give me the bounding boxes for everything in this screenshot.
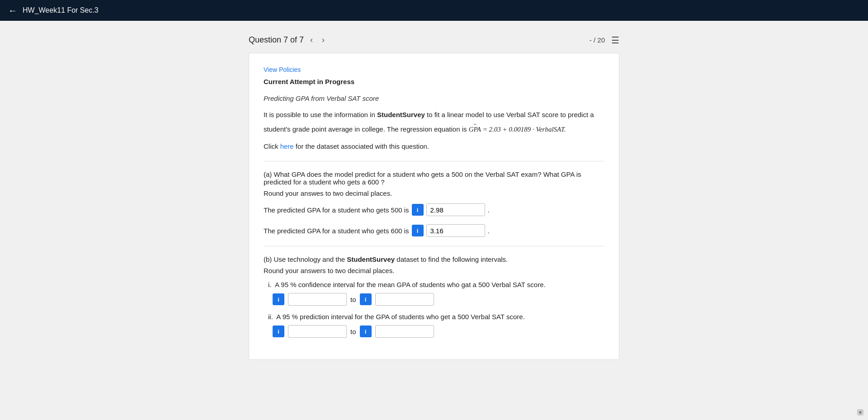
score-area: - / 20 ☰ bbox=[590, 35, 619, 46]
top-bar: ← HW_Week11 For Sec.3 bbox=[0, 0, 868, 21]
ci-upper-input[interactable] bbox=[375, 293, 434, 306]
input-row-500: The predicted GPA for a student who gets… bbox=[264, 203, 604, 216]
view-policies-link[interactable]: View Policies bbox=[264, 66, 604, 73]
back-button[interactable]: ← bbox=[8, 5, 17, 16]
interval-i-label: i. A 95 % confidence interval for the me… bbox=[268, 281, 604, 288]
dataset-name: StudentSurvey bbox=[377, 111, 425, 118]
dataset-link-text: Click here for the dataset associated wi… bbox=[264, 141, 604, 152]
question-nav: Question 7 of 7 ‹ › bbox=[249, 34, 327, 46]
part-b-label: (b) Use technology and the StudentSurvey… bbox=[264, 255, 604, 263]
divider-2 bbox=[264, 246, 604, 246]
round-note-b: Round your answers to two decimal places… bbox=[264, 267, 604, 274]
info-button-500[interactable]: i bbox=[412, 204, 424, 216]
input-600-label: The predicted GPA for a student who gets… bbox=[264, 227, 409, 235]
prediction-interval-item: ii. A 95 % prediction interval for the G… bbox=[268, 313, 604, 338]
question-label: Question 7 of 7 bbox=[249, 35, 304, 45]
info-button-ci-1[interactable]: i bbox=[273, 293, 284, 305]
divider-1 bbox=[264, 161, 604, 161]
pi-upper-input[interactable] bbox=[375, 325, 434, 338]
interval-ii-label: ii. A 95 % prediction interval for the G… bbox=[268, 313, 604, 321]
info-button-pi-2[interactable]: i bbox=[360, 326, 372, 337]
part-a-label: (a) What GPA does the model predict for … bbox=[264, 170, 604, 186]
input-500-field[interactable] bbox=[426, 203, 485, 216]
pi-lower-input[interactable] bbox=[288, 325, 347, 338]
question-title: Predicting GPA from Verbal SAT score bbox=[264, 94, 604, 102]
main-content: Question 7 of 7 ‹ › - / 20 ☰ View Polici… bbox=[249, 21, 619, 378]
input-500-label: The predicted GPA for a student who gets… bbox=[264, 206, 409, 214]
equation-rest: = 2.03 + 0.00189 · VerbalSAT. bbox=[483, 126, 566, 133]
question-card: View Policies Current Attempt in Progres… bbox=[249, 53, 619, 360]
input-600-field[interactable] bbox=[426, 224, 485, 237]
info-button-pi-1[interactable]: i bbox=[273, 326, 284, 337]
next-question-button[interactable]: › bbox=[319, 34, 327, 46]
to-label-2: to bbox=[350, 328, 356, 335]
question-intro: It is possible to use the information in… bbox=[264, 109, 604, 135]
interval-ii-inputs: i to i bbox=[273, 325, 604, 338]
page-title: HW_Week11 For Sec.3 bbox=[23, 6, 99, 14]
round-note-a: Round your answes to two decimal places. bbox=[264, 189, 604, 197]
period-500: . bbox=[488, 206, 490, 214]
interval-i-inputs: i to i bbox=[273, 293, 604, 306]
ci-lower-input[interactable] bbox=[288, 293, 347, 306]
to-label-1: to bbox=[350, 296, 356, 303]
score-display: - / 20 bbox=[590, 36, 605, 44]
input-row-600: The predicted GPA for a student who gets… bbox=[264, 224, 604, 237]
interval-section: i. A 95 % confidence interval for the me… bbox=[268, 281, 604, 338]
list-icon[interactable]: ☰ bbox=[611, 35, 619, 46]
current-attempt-label: Current Attempt in Progress bbox=[264, 78, 604, 85]
prev-question-button[interactable]: ‹ bbox=[307, 34, 316, 46]
info-button-600[interactable]: i bbox=[412, 225, 424, 236]
question-header: Question 7 of 7 ‹ › - / 20 ☰ bbox=[249, 30, 619, 53]
dataset-link[interactable]: here bbox=[280, 142, 294, 150]
confidence-interval-item: i. A 95 % confidence interval for the me… bbox=[268, 281, 604, 306]
period-600: . bbox=[488, 227, 490, 235]
info-button-ci-2[interactable]: i bbox=[360, 293, 372, 305]
part-b-dataset: StudentSurvey bbox=[347, 255, 395, 263]
